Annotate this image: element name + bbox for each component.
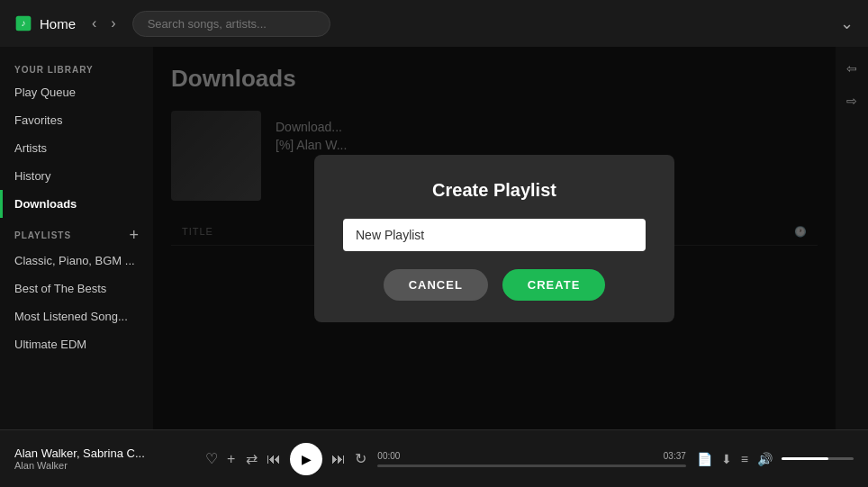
play-button[interactable]: ▶ [290,443,322,475]
download-icon-button[interactable]: ⬇ [721,452,732,466]
player-bar: Alan Walker, Sabrina C... Alan Walker ♡ … [0,429,868,487]
create-button[interactable]: CREATE [502,269,605,301]
home-button[interactable]: ♪ Home [14,14,76,32]
modal-buttons: CANCEL CREATE [343,269,646,301]
player-info: Alan Walker, Sabrina C... Alan Walker [14,446,194,471]
top-bar: ♪ Home ‹ › ⌄ [0,0,868,47]
modal-overlay: Create Playlist CANCEL CREATE [153,47,836,429]
time-start: 00:00 [377,451,400,461]
prev-button[interactable]: ⏮ [267,451,281,467]
playlists-header: PLAYLISTS + [0,218,153,247]
file-icon-button[interactable]: 📄 [697,452,712,466]
sidebar-item-artists[interactable]: Artists [0,134,153,162]
playlist-label: Best of The Bests [14,282,106,295]
progress-area: 00:00 03:37 [377,451,685,467]
sidebar-item-label: History [14,169,50,183]
create-playlist-modal: Create Playlist CANCEL CREATE [314,155,674,322]
sidebar-item-label: Favorites [14,113,62,127]
playlist-label: Most Listened Song... [14,310,128,323]
sidebar: YOUR LIBRARY Play Queue Favorites Artist… [0,47,153,429]
side-icon-1[interactable]: ⇨ [846,94,857,108]
cancel-button[interactable]: CANCEL [384,269,488,301]
shuffle-button[interactable]: ⇄ [246,450,258,467]
sidebar-item-downloads[interactable]: Downloads [0,190,153,218]
sidebar-item-label: Downloads [14,197,77,211]
home-icon: ♪ [14,14,32,32]
sidebar-item-playlist-1[interactable]: Best of The Bests [0,275,153,302]
library-section-label: YOUR LIBRARY [0,58,153,78]
nav-arrows: ‹ › [86,12,122,35]
volume-icon-button[interactable]: 🔊 [757,452,773,466]
nav-back-button[interactable]: ‹ [86,12,102,35]
add-to-playlist-button[interactable]: + [227,451,235,467]
chevron-down-icon[interactable]: ⌄ [840,14,854,32]
player-artist-name: Alan Walker [14,460,194,471]
volume-bar[interactable] [782,457,854,460]
modal-title: Create Playlist [343,180,646,201]
like-button[interactable]: ♡ [205,450,218,467]
next-button[interactable]: ⏭ [331,451,346,467]
list-icon-button[interactable]: ≡ [741,452,748,466]
top-bar-right: ⌄ [840,14,854,33]
search-input[interactable] [132,11,330,37]
sidebar-item-label: Play Queue [14,86,76,99]
player-track-name: Alan Walker, Sabrina C... [14,446,194,460]
playlist-label: Ultimate EDM [14,338,86,351]
sidebar-item-playqueue[interactable]: Play Queue [0,78,153,106]
nav-forward-button[interactable]: › [105,12,121,35]
home-label: Home [40,16,76,32]
sidebar-item-playlist-0[interactable]: Classic, Piano, BGM ... [0,247,153,275]
sidebar-item-playlist-3[interactable]: Ultimate EDM [0,330,153,358]
add-playlist-button[interactable]: + [129,227,139,243]
volume-fill [782,457,828,460]
time-labels: 00:00 03:37 [377,451,685,461]
side-icons-panel: ⇦ ⇨ [836,47,868,429]
playlist-name-input[interactable] [343,219,646,251]
sidebar-item-label: Artists [14,141,47,155]
playlists-section-label: PLAYLISTS [14,230,129,240]
side-icon-0[interactable]: ⇦ [846,61,857,76]
player-extra-icons: 📄 ⬇ ≡ 🔊 [697,452,854,466]
player-like-actions: ♡ + [205,450,235,467]
sidebar-item-playlist-2[interactable]: Most Listened Song... [0,302,153,330]
svg-text:♪: ♪ [22,18,26,28]
repeat-button[interactable]: ↻ [355,450,366,467]
main-content: YOUR LIBRARY Play Queue Favorites Artist… [0,47,868,429]
app-container: ♪ Home ‹ › ⌄ YOUR LIBRARY Play Queue Fav… [0,0,868,487]
sidebar-item-favorites[interactable]: Favorites [0,106,153,134]
playlist-label: Classic, Piano, BGM ... [14,254,135,267]
content-area: Downloads Download... [%] Alan W... TITL… [153,47,836,429]
sidebar-item-history[interactable]: History [0,162,153,190]
progress-bar[interactable] [377,464,685,467]
time-end: 03:37 [664,451,686,461]
player-controls: ⇄ ⏮ ▶ ⏭ ↻ [246,443,366,475]
